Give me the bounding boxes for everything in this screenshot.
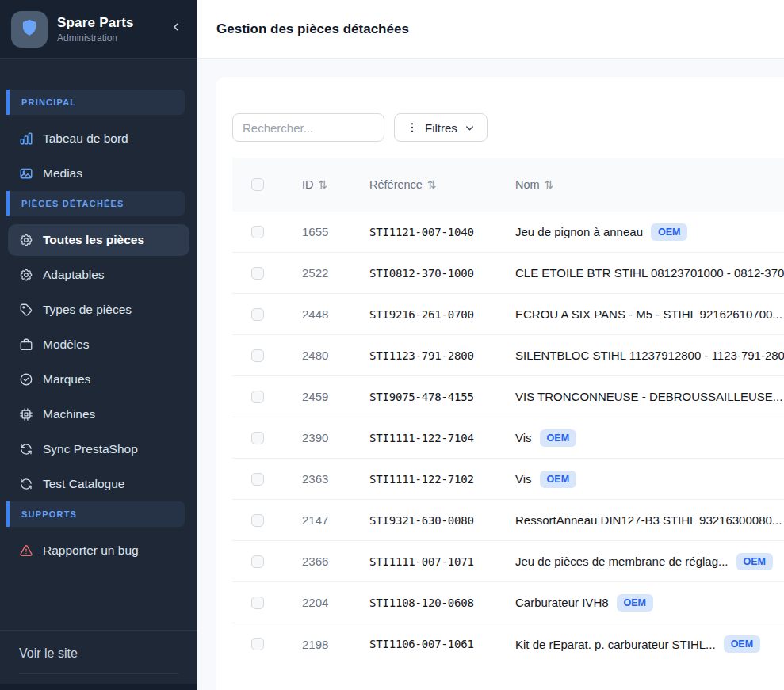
cell-reference: STI1121-007-1040 xyxy=(369,226,515,238)
table-row[interactable]: 2147 STI9321-630-0080 RessortAnneau DIN1… xyxy=(232,500,784,541)
row-checkbox[interactable] xyxy=(251,267,264,280)
sort-icon[interactable]: ⇅ xyxy=(545,178,554,191)
filters-button-label: Filtres xyxy=(425,121,457,135)
table-row[interactable]: 2363 STI1111-122-7102 Vis OEM xyxy=(232,459,784,500)
bar-chart-icon xyxy=(19,132,33,146)
sidebar-bottom-bar xyxy=(0,684,197,690)
page-header: Gestion des pièces détachées xyxy=(197,0,784,59)
table-row[interactable]: 2366 STI1111-007-1071 Jeu de pièces de m… xyxy=(232,541,784,582)
parts-table: ID ⇅ Référence ⇅ Nom ⇅ 1655 STI1121 xyxy=(232,158,784,665)
table-row[interactable]: 1655 STI1121-007-1040 Jeu de pignon à an… xyxy=(232,212,784,253)
briefcase-icon xyxy=(19,337,33,352)
sidebar-nav: PRINCIPAL Tabeau de bord Medias PIÈCES D… xyxy=(0,59,197,568)
sort-icon[interactable]: ⇅ xyxy=(319,178,328,191)
table-header-row: ID ⇅ Référence ⇅ Nom ⇅ xyxy=(232,158,784,212)
view-site-link[interactable]: Voir le site xyxy=(19,646,178,674)
row-checkbox[interactable] xyxy=(251,349,264,362)
sidebar-item-medias[interactable]: Medias xyxy=(0,156,197,191)
column-header-name[interactable]: Nom ⇅ xyxy=(515,178,784,191)
oem-badge: OEM xyxy=(540,429,576,447)
sidebar-footer: Voir le site xyxy=(0,630,197,684)
row-checkbox[interactable] xyxy=(251,473,264,486)
sidebar: Spare Parts Administration PRINCIPAL Tab… xyxy=(0,0,197,690)
row-checkbox[interactable] xyxy=(251,597,264,609)
main-area: Gestion des pièces détachées Filtres xyxy=(197,0,784,690)
cell-id: 2204 xyxy=(302,596,369,609)
table-row[interactable]: 2204 STI1108-120-0608 Carburateur IVH8 O… xyxy=(232,582,784,623)
chevron-left-icon xyxy=(170,21,182,37)
sidebar-item-toutes-les-pieces[interactable]: Toutes les pièces xyxy=(8,224,189,256)
table-row[interactable]: 2522 STI0812-370-1000 CLE ETOILE BTR STI… xyxy=(232,253,784,294)
section-label-principal: PRINCIPAL xyxy=(6,90,185,115)
cell-id: 1655 xyxy=(302,225,369,238)
cell-name: CLE ETOILE BTR STIHL 08123701000 - 0812-… xyxy=(515,266,784,280)
section-label-supports: SUPPORTS xyxy=(6,501,185,527)
row-checkbox[interactable] xyxy=(251,514,264,527)
sidebar-item-test-catalogue[interactable]: Test Catalogue xyxy=(0,467,197,501)
sidebar-item-label: Tabeau de bord xyxy=(43,132,128,146)
chevron-down-icon xyxy=(464,122,476,134)
table-row[interactable]: 2480 STI1123-791-2800 SILENTBLOC STIHL 1… xyxy=(232,335,784,376)
sidebar-item-sync-prestashop[interactable]: Sync PrestaShop xyxy=(0,432,197,467)
sidebar-item-tableau-de-bord[interactable]: Tabeau de bord xyxy=(0,121,197,156)
search-input[interactable] xyxy=(232,113,384,142)
sidebar-collapse-button[interactable] xyxy=(166,19,186,40)
table-row[interactable]: 2198 STI1106-007-1061 Kit de rEparat. p.… xyxy=(232,623,784,665)
sidebar-item-machines[interactable]: Machines xyxy=(0,397,197,432)
row-checkbox[interactable] xyxy=(251,226,264,238)
cell-name: Carburateur IVH8 OEM xyxy=(515,594,784,612)
dots-vertical-icon xyxy=(406,121,419,134)
app-title: Spare Parts xyxy=(57,15,156,31)
cell-reference: STI9216-261-0700 xyxy=(369,308,515,321)
table-row[interactable]: 2390 STI1111-122-7104 Vis OEM xyxy=(232,417,784,459)
parts-card: Filtres ID ⇅ Référence ⇅ xyxy=(216,77,784,690)
sidebar-header: Spare Parts Administration xyxy=(0,0,197,59)
cell-name: SILENTBLOC STIHL 11237912800 - 1123-791-… xyxy=(515,349,784,362)
cell-name: Kit de rEparat. p. carburateur STIHL... … xyxy=(515,635,784,653)
sidebar-item-label: Types de pièces xyxy=(43,303,132,317)
sort-icon[interactable]: ⇅ xyxy=(427,178,437,191)
cell-id: 2366 xyxy=(302,555,369,568)
sidebar-item-rapporter-un-bug[interactable]: Rapporter un bug xyxy=(0,533,197,568)
cell-name: Vis OEM xyxy=(515,471,784,488)
table-row[interactable]: 2459 STI9075-478-4155 VIS TRONCONNEUSE -… xyxy=(232,376,784,417)
cell-reference: STI0812-370-1000 xyxy=(369,267,515,280)
tag-icon xyxy=(19,303,33,317)
page-content: Filtres ID ⇅ Référence ⇅ xyxy=(197,59,784,690)
row-checkbox[interactable] xyxy=(251,308,264,321)
table-toolbar: Filtres xyxy=(232,113,784,142)
row-checkbox[interactable] xyxy=(251,555,264,568)
sidebar-item-adaptables[interactable]: Adaptables xyxy=(0,257,197,292)
sidebar-footer-spacer xyxy=(19,674,178,684)
cell-name: Jeu de pignon à anneau OEM xyxy=(515,223,784,241)
cell-reference: STI1123-791-2800 xyxy=(369,349,515,362)
column-header-id[interactable]: ID ⇅ xyxy=(302,178,369,191)
sidebar-item-label: Rapporter un bug xyxy=(43,543,139,558)
cell-reference: STI1108-120-0608 xyxy=(369,597,515,609)
row-checkbox[interactable] xyxy=(251,432,264,444)
image-icon xyxy=(19,166,33,181)
select-all-checkbox[interactable] xyxy=(251,178,264,191)
sidebar-item-modeles[interactable]: Modèles xyxy=(0,327,197,362)
shield-icon xyxy=(19,17,40,41)
oem-badge: OEM xyxy=(651,223,687,241)
cell-id: 2198 xyxy=(302,638,369,651)
alert-triangle-icon xyxy=(19,543,33,558)
oem-badge: OEM xyxy=(540,471,576,488)
row-checkbox[interactable] xyxy=(251,391,264,403)
app-subtitle: Administration xyxy=(57,32,156,44)
section-label-pieces-detachees: PIÈCES DÉTACHÉES xyxy=(6,191,185,216)
cell-name: RessortAnneau DIN127-B3 STIHL 9321630008… xyxy=(515,513,784,527)
sidebar-item-marques[interactable]: Marques xyxy=(0,362,197,397)
app-logo xyxy=(11,11,48,48)
sidebar-item-label: Machines xyxy=(43,407,95,421)
row-checkbox[interactable] xyxy=(251,638,264,650)
sidebar-item-label: Adaptables xyxy=(43,268,105,282)
sidebar-item-types-de-pieces[interactable]: Types de pièces xyxy=(0,292,197,327)
filters-button[interactable]: Filtres xyxy=(394,113,488,142)
gear-icon xyxy=(19,233,33,247)
sidebar-item-label: Sync PrestaShop xyxy=(43,442,138,456)
table-row[interactable]: 2448 STI9216-261-0700 ECROU A SIX PANS -… xyxy=(232,294,784,335)
column-header-reference[interactable]: Référence ⇅ xyxy=(369,178,515,191)
sidebar-item-label: Modèles xyxy=(43,337,90,352)
